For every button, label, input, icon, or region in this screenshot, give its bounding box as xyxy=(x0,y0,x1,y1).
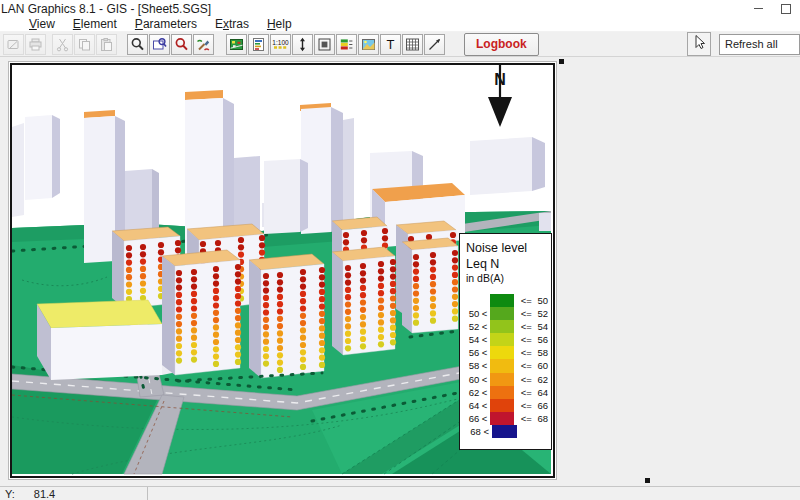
measure-line-icon xyxy=(427,37,442,52)
restore-button[interactable] xyxy=(772,0,800,17)
redraw-icon xyxy=(196,37,211,52)
legend-row: 66 <<= 68 xyxy=(466,412,548,425)
legend-row: 56 <<= 58 xyxy=(466,346,548,359)
svg-text:N: N xyxy=(494,71,506,88)
legend-color-swatch xyxy=(490,346,513,359)
pointer-tool-button[interactable] xyxy=(687,32,711,56)
cut-icon xyxy=(55,37,70,52)
minimize-button[interactable] xyxy=(744,0,772,17)
legend-color-swatch xyxy=(490,412,513,425)
main-area: N Noise level Leq N in dB(A) <= 5050 <<=… xyxy=(0,57,800,500)
legend-lower-bound: 66 < xyxy=(466,412,490,425)
legend-lower-bound: 56 < xyxy=(466,346,490,359)
text-tool-button[interactable]: T xyxy=(380,34,401,55)
menu-item-element[interactable]: Element xyxy=(64,17,126,31)
vertical-scale-tool-button[interactable] xyxy=(292,34,313,55)
legend-subtitle: Leq N xyxy=(466,256,548,272)
cut-tool-button xyxy=(52,34,73,55)
legend-row: 52 <<= 54 xyxy=(466,320,548,333)
legend-color-swatch xyxy=(490,399,513,412)
copy-icon xyxy=(77,37,92,52)
table-icon xyxy=(405,37,420,52)
legend-lower-bound xyxy=(466,294,490,307)
paste-icon xyxy=(99,37,114,52)
legend-icon xyxy=(339,37,354,52)
zoom-out-icon xyxy=(174,37,189,52)
frame-tool-button[interactable] xyxy=(314,34,335,55)
legend-row: 60 <<= 62 xyxy=(466,373,548,386)
legend-lower-bound: 50 < xyxy=(466,307,490,320)
legend-upper-bound: <= 52 xyxy=(514,307,548,320)
status-bar: Y: 81.4 xyxy=(0,486,800,500)
legend-row: 58 <<= 60 xyxy=(466,359,548,372)
vertical-scale-icon xyxy=(295,37,310,52)
scale-tool-button[interactable]: 1:100 xyxy=(270,34,291,55)
legend-lower-bound: 64 < xyxy=(466,399,490,412)
map-viewport[interactable]: N Noise level Leq N in dB(A) <= 5050 <<=… xyxy=(10,63,555,478)
legend-upper-bound: <= 66 xyxy=(514,399,548,412)
legend-upper-bound: <= 58 xyxy=(514,346,548,359)
toolbar: 1:100T Logbook Refresh all xyxy=(0,32,800,57)
map-view-tool-button[interactable] xyxy=(226,34,247,55)
zoom-out-tool-button[interactable] xyxy=(171,34,192,55)
legend-upper-bound: <= 56 xyxy=(514,333,548,346)
legend-row: 62 <<= 64 xyxy=(466,386,548,399)
legend-color-swatch xyxy=(490,359,513,372)
title-bar: LAN Graphics 8.1 - GIS - [Sheet5.SGS] xyxy=(0,0,800,17)
refresh-all-button[interactable]: Refresh all xyxy=(719,34,800,55)
legend-color-swatch xyxy=(490,386,513,399)
legend-upper-bound: <= 62 xyxy=(514,373,548,386)
print-tool-button xyxy=(25,34,46,55)
bitmap-tool-button[interactable] xyxy=(358,34,379,55)
legend-upper-bound: <= 50 xyxy=(514,294,548,307)
legend-row: <= 50 xyxy=(466,294,548,307)
legend-upper-bound: <= 64 xyxy=(514,386,548,399)
svg-text:T: T xyxy=(387,37,395,52)
legend-upper-bound: <= 54 xyxy=(514,320,548,333)
legend-upper-bound: <= 60 xyxy=(514,359,548,372)
paste-tool-button xyxy=(96,34,117,55)
y-coordinate-label: Y: xyxy=(5,488,15,500)
menu-item-view[interactable]: View xyxy=(20,17,64,31)
legend-row: 64 <<= 66 xyxy=(466,399,548,412)
zoom-tool-button[interactable] xyxy=(127,34,148,55)
zoom-window-icon xyxy=(152,37,167,52)
legend-row: 50 <<= 52 xyxy=(466,307,548,320)
sheet-layout-tool-button[interactable] xyxy=(248,34,269,55)
redraw-tool-button[interactable] xyxy=(193,34,214,55)
frame-icon xyxy=(317,37,332,52)
noise-legend: Noise level Leq N in dB(A) <= 5050 <<= 5… xyxy=(459,233,552,450)
logbook-button[interactable]: Logbook xyxy=(464,33,539,56)
edit-tool-button xyxy=(3,34,24,55)
scale-icon: 1:100 xyxy=(272,37,289,52)
cursor-arrow-icon xyxy=(691,34,707,54)
legend-tool-button[interactable] xyxy=(336,34,357,55)
copy-tool-button xyxy=(74,34,95,55)
table-tool-button[interactable] xyxy=(402,34,423,55)
minimize-icon xyxy=(754,8,763,9)
toolbar-button-group: 1:100T xyxy=(3,34,446,55)
menu-item-parameters[interactable]: Parameters xyxy=(126,17,206,31)
legend-row: 54 <<= 56 xyxy=(466,333,548,346)
menu-item-extras[interactable]: Extras xyxy=(206,17,258,31)
legend-lower-bound: 68 < xyxy=(466,425,492,438)
menu-item-help[interactable]: Help xyxy=(258,17,301,31)
legend-color-swatch xyxy=(490,333,513,346)
legend-lower-bound: 62 < xyxy=(466,386,490,399)
window-title: LAN Graphics 8.1 - GIS - [Sheet5.SGS] xyxy=(1,2,211,16)
legend-title: Noise level xyxy=(466,240,548,256)
legend-upper-bound: <= 68 xyxy=(514,412,548,425)
text-icon: T xyxy=(383,37,398,52)
legend-lower-bound: 58 < xyxy=(466,359,490,372)
legend-lower-bound: 54 < xyxy=(466,333,490,346)
selection-handle[interactable] xyxy=(559,59,564,64)
y-coordinate-value: 81.4 xyxy=(34,488,55,500)
zoom-window-tool-button[interactable] xyxy=(149,34,170,55)
legend-lower-bound: 60 < xyxy=(466,373,490,386)
map-view-icon xyxy=(229,37,244,52)
selection-handle[interactable] xyxy=(645,478,650,483)
edit-icon xyxy=(6,37,21,52)
measure-line-tool-button[interactable] xyxy=(424,34,445,55)
bitmap-icon xyxy=(361,37,376,52)
svg-text:1:100: 1:100 xyxy=(272,38,289,45)
